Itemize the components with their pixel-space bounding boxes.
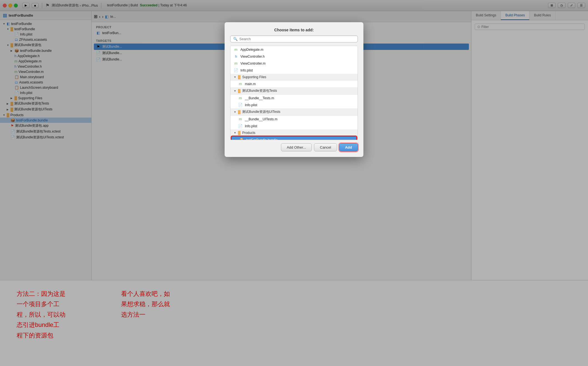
arrow-icon: ▼ (234, 90, 236, 92)
modal-item-viewcontroller-m[interactable]: m ViewController.m (230, 60, 358, 67)
folder-icon: ▓ (238, 89, 240, 93)
modal-item-main-m[interactable]: m main.m (230, 80, 358, 87)
section-label: 测试Bundle资源包UITests (242, 110, 280, 114)
plist-icon: 📄 (234, 68, 238, 72)
item-label: main.m (245, 82, 256, 86)
folder-icon: ▓ (238, 131, 240, 135)
item-label: Info.plist (240, 68, 253, 72)
bundle-icon: 📦 (239, 138, 244, 140)
modal-dialog: Choose items to add: 🔍 m AppDelegate.m h… (225, 22, 363, 157)
modal-section-tests[interactable]: ▼ ▓ 测试Bundle资源包Tests (230, 87, 358, 95)
modal-section-products[interactable]: ▼ ▓ Products (230, 129, 358, 136)
plist-icon: 📄 (238, 124, 243, 128)
modal-item-uitests-info-plist[interactable]: 📄 Info.plist (230, 123, 358, 129)
section-label: Products (242, 131, 255, 135)
item-label: AppDelegate.m (240, 48, 263, 52)
cancel-button[interactable]: Cancel (314, 143, 337, 151)
modal-item-tests-info-plist[interactable]: 📄 Info.plist (230, 101, 358, 108)
m-icon: m (234, 47, 238, 52)
m-icon: m (238, 96, 243, 100)
modal-item-info-plist[interactable]: 📄 Info.plist (230, 67, 358, 74)
item-label: testForBundle.bundle (246, 138, 278, 140)
arrow-icon: ▼ (234, 111, 236, 113)
folder-icon: ▓ (238, 75, 240, 79)
m-icon: m (238, 82, 243, 86)
modal-overlay: Choose items to add: 🔍 m AppDelegate.m h… (0, 0, 588, 366)
item-label: __Bundle__UITests.m (245, 117, 277, 121)
modal-item-viewcontroller-h[interactable]: h ViewController.h (230, 53, 358, 60)
modal-file-list: m AppDelegate.m h ViewController.h m Vie… (230, 46, 358, 140)
modal-item-appdelegate-m[interactable]: m AppDelegate.m (230, 46, 358, 53)
item-label: Info.plist (245, 124, 257, 128)
item-label: ViewController.h (240, 55, 265, 59)
folder-icon: ▓ (238, 110, 240, 114)
section-label: 测试Bundle资源包Tests (242, 88, 277, 93)
h-icon: h (234, 54, 238, 59)
plist-icon: 📄 (238, 103, 243, 107)
modal-section-supporting[interactable]: ▼ ▓ Supporting Files (230, 74, 358, 80)
search-icon: 🔍 (233, 37, 238, 41)
add-button[interactable]: Add (339, 143, 358, 151)
section-label: Supporting Files (242, 75, 266, 79)
item-label: ViewController.m (240, 62, 265, 65)
modal-item-bundle-tests-m[interactable]: m __Bundle__Tests.m (230, 95, 358, 101)
modal-search-input[interactable] (239, 37, 355, 41)
add-other-button[interactable]: Add Other... (281, 143, 312, 151)
arrow-icon: ▼ (234, 76, 236, 78)
modal-section-uitests[interactable]: ▼ ▓ 测试Bundle资源包UITests (230, 108, 358, 116)
modal-search-bar: 🔍 (230, 35, 358, 42)
item-label: __Bundle__Tests.m (245, 96, 274, 100)
m-icon: m (238, 117, 243, 121)
arrow-icon: ▼ (234, 131, 236, 134)
item-label: Info.plist (245, 103, 257, 107)
modal-buttons: Add Other... Cancel Add (230, 143, 358, 151)
modal-item-testforbundle-bundle[interactable]: 📦 testForBundle.bundle (232, 136, 356, 140)
modal-item-bundle-uitests-m[interactable]: m __Bundle__UITests.m (230, 116, 358, 123)
m-icon: m (234, 61, 238, 65)
modal-title: Choose items to add: (230, 28, 358, 32)
